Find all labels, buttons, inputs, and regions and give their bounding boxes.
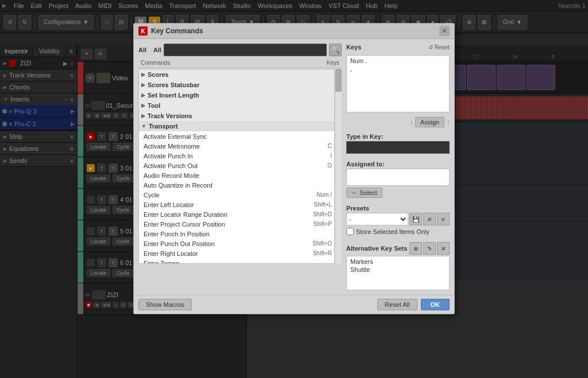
cmd-activate-metronome-label: Activate Metronome	[144, 143, 328, 150]
dialog-body: All All 🔍 Commands Keys ▶ Scores	[134, 39, 454, 295]
dialog-icon: K	[138, 26, 148, 36]
show-macros-button[interactable]: Show Macros	[138, 299, 192, 310]
cmd-activate-metronome-key: C	[328, 143, 332, 149]
cmd-activate-punch-out-key: O	[327, 162, 332, 169]
alt-key-sets-label: Alternative Key Sets	[346, 245, 407, 252]
cmd-cycle-key: Num /	[316, 192, 332, 198]
select-button[interactable]: ← Select	[346, 188, 382, 198]
alt-key-sets-header: Alternative Key Sets ⊕ ✎ ✕	[346, 242, 450, 255]
commands-scrollbar-thumb	[335, 69, 342, 92]
keys-reset-label[interactable]: ↺ Reset	[428, 44, 450, 50]
cmd-activate-punch-out[interactable]: Activate Punch Out O	[139, 161, 334, 170]
cmd-enter-loc-range-label: Enter Locator Range Duration	[144, 211, 313, 218]
presets-label: Presets	[346, 205, 450, 212]
cmd-enter-right-loc-label: Enter Right Locator	[144, 250, 313, 257]
cmd-enter-tempo[interactable]: Enter Tempo	[139, 258, 334, 264]
reset-all-button[interactable]: Reset All	[377, 299, 417, 310]
all-label-2[interactable]: All	[153, 46, 161, 53]
cmd-cycle-label: Cycle	[144, 192, 316, 198]
group-scores-icon: ▶	[141, 72, 145, 77]
group-tool-icon: ▶	[141, 103, 145, 108]
cmd-activate-punch-in[interactable]: Activate Punch In I	[139, 151, 334, 161]
cmd-cycle[interactable]: Cycle Num /	[139, 190, 334, 200]
presets-dropdown[interactable]: -	[346, 213, 408, 225]
key-commands-dialog: K Key Commands ✕ All All 🔍 Commands Keys	[133, 23, 455, 314]
store-selected-row: Store Selected Items Only	[346, 228, 450, 235]
cmd-enter-left-loc-label: Enter Left Locator	[144, 201, 314, 208]
cmd-enter-punch-out[interactable]: Enter Punch Out Position Shift+O	[139, 239, 334, 248]
all-label-1[interactable]: All	[138, 46, 146, 53]
cmd-auto-quantize[interactable]: Auto Quantize in Record	[139, 180, 334, 190]
keys-panel: Keys ↺ Reset Num . , ↑ Assign ↑ Type in …	[346, 44, 450, 290]
search-input[interactable]	[164, 44, 327, 56]
cmd-activate-punch-out-label: Activate Punch Out	[144, 162, 327, 169]
store-selected-checkbox[interactable]	[346, 228, 354, 235]
group-set-insert-label: Set Insert Length	[148, 92, 199, 99]
group-tool[interactable]: ▶ Tool	[139, 100, 334, 111]
cmd-activate-metronome[interactable]: Activate Metronome C	[139, 141, 334, 151]
alt-key-sets-icon-2[interactable]: ✎	[423, 242, 436, 255]
cmd-enter-loc-range[interactable]: Enter Locator Range Duration Shift+D	[139, 209, 334, 219]
cmd-audio-record-mode[interactable]: Audio Record Mode	[139, 170, 334, 180]
ok-button[interactable]: OK	[421, 299, 450, 310]
search-icon[interactable]: 🔍	[329, 44, 342, 56]
assign-down-arrow: ↑	[447, 119, 450, 126]
group-transport-label: Transport	[149, 123, 178, 130]
commands-scrollbar[interactable]	[335, 69, 342, 264]
type-in-key-label: Type in Key:	[346, 133, 450, 140]
cmd-enter-left-loc-key: Shift+L	[314, 201, 332, 208]
type-in-key-input[interactable]	[346, 141, 450, 154]
alt-key-sets-icon-3[interactable]: ✕	[437, 242, 450, 255]
group-scores-statusbar-label: Scores Statusbar	[148, 81, 199, 88]
cmd-activate-punch-in-key: I	[330, 153, 332, 159]
group-transport[interactable]: ▼ Transport	[139, 121, 334, 131]
cmd-activate-ext-sync[interactable]: Activate External Sync	[139, 131, 334, 141]
cmd-enter-punch-in[interactable]: Enter Punch In Position	[139, 229, 334, 239]
dialog-close-button[interactable]: ✕	[439, 26, 450, 36]
cmd-activate-punch-in-label: Activate Punch In	[144, 153, 330, 159]
alt-item-markers[interactable]: Markers	[348, 258, 448, 266]
group-scores[interactable]: ▶ Scores	[139, 69, 334, 80]
commands-panel: All All 🔍 Commands Keys ▶ Scores	[138, 44, 342, 290]
group-track-versions[interactable]: ▶ Track Versions	[139, 111, 334, 121]
keys-title: Keys	[346, 44, 361, 50]
cmd-enter-project-cursor[interactable]: Enter Project Cursor Position Shift+P	[139, 219, 334, 229]
keys-col-header: Keys	[327, 60, 339, 66]
commands-list-header: Commands Keys	[138, 60, 342, 68]
cmd-enter-right-loc[interactable]: Enter Right Locator Shift+R	[139, 248, 334, 258]
cmd-enter-project-cursor-label: Enter Project Cursor Position	[144, 221, 313, 228]
presets-row: - 💾 ✕ ≡	[346, 213, 450, 225]
alt-key-sets-section: Alternative Key Sets ⊕ ✎ ✕ Markers Shutt…	[346, 242, 450, 290]
assign-button[interactable]: Assign	[415, 117, 444, 127]
select-row: ← Select	[346, 188, 450, 198]
commands-col-header: Commands	[141, 60, 170, 66]
presets-delete-icon[interactable]: ✕	[423, 213, 436, 225]
assign-row: ↑ Assign ↑	[346, 117, 450, 127]
group-tool-label: Tool	[148, 102, 160, 109]
keys-header: Keys ↺ Reset	[346, 44, 450, 50]
keys-list: Num . ,	[346, 55, 450, 112]
dialog-footer-right: Reset All OK	[377, 299, 450, 310]
cmd-enter-punch-out-label: Enter Punch Out Position	[144, 240, 312, 247]
group-transport-icon: ▼	[141, 123, 146, 129]
keys-item-1: Num .	[348, 57, 448, 65]
group-scores-statusbar[interactable]: ▶ Scores Statusbar	[139, 80, 334, 90]
cmd-audio-record-mode-label: Audio Record Mode	[144, 172, 332, 179]
dialog-title-bar: K Key Commands ✕	[134, 24, 454, 39]
commands-list[interactable]: ▶ Scores ▶ Scores Statusbar ▶ Set Insert…	[138, 69, 335, 264]
alt-key-sets-icon-1[interactable]: ⊕	[409, 242, 422, 255]
cmd-auto-quantize-label: Auto Quantize in Record	[144, 182, 332, 189]
assigned-to-label: Assigned to:	[346, 161, 450, 167]
presets-save-icon[interactable]: 💾	[409, 213, 422, 225]
dialog-footer: Show Macros Reset All OK	[134, 295, 454, 314]
cmd-activate-ext-sync-label: Activate External Sync	[144, 133, 332, 140]
dialog-title: Key Commands	[151, 27, 439, 35]
cmd-enter-left-loc[interactable]: Enter Left Locator Shift+L	[139, 200, 334, 209]
cmd-enter-punch-in-label: Enter Punch In Position	[144, 231, 332, 237]
cmd-enter-project-cursor-key: Shift+P	[313, 221, 332, 227]
presets-more-icon[interactable]: ≡	[437, 213, 450, 225]
group-set-insert[interactable]: ▶ Set Insert Length	[139, 90, 334, 100]
alt-item-shuttle[interactable]: Shuttle	[348, 266, 448, 274]
cmd-enter-right-loc-key: Shift+R	[313, 250, 332, 256]
assign-up-arrow: ↑	[410, 119, 413, 126]
